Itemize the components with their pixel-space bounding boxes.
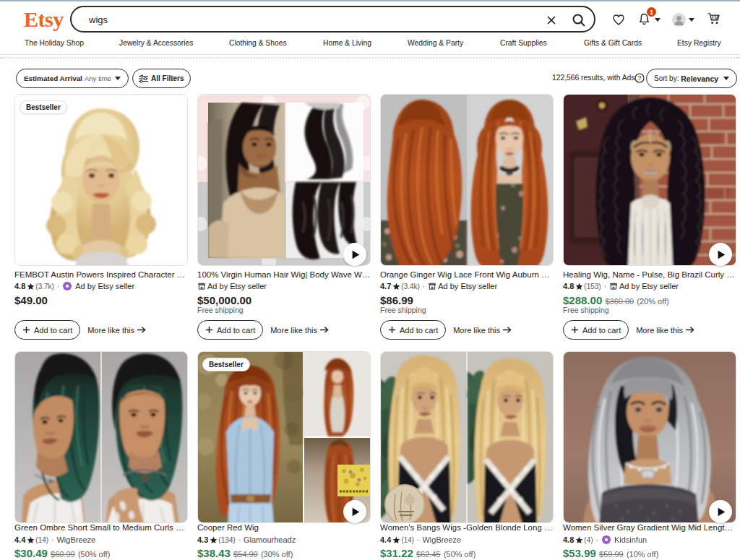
svg-text:?: ?	[637, 74, 641, 82]
